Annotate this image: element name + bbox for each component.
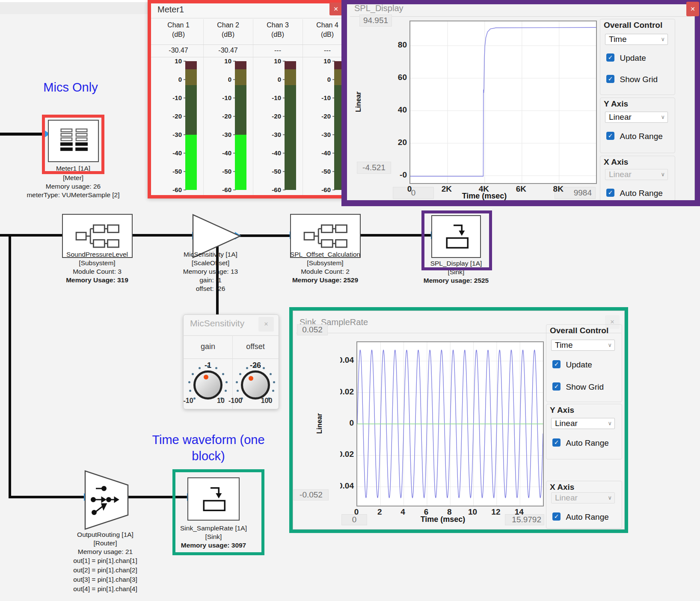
divider xyxy=(151,18,344,18)
meter-channel-name: Chan 2 xyxy=(205,21,252,29)
x-auto-range-row: ✓ Auto Range xyxy=(606,189,663,198)
show-grid-checkbox[interactable]: ✓ xyxy=(606,75,614,83)
close-icon[interactable]: ✕ xyxy=(258,317,274,332)
show-grid-checkbox[interactable]: ✓ xyxy=(552,382,561,391)
knob-tick-dot-icon xyxy=(189,390,191,392)
knob-tick-dot-icon xyxy=(239,373,241,375)
knob-tick-dot-icon xyxy=(199,367,201,369)
knob-name-label: gain xyxy=(201,342,215,351)
x-scale-dropdown[interactable]: Linear ∨ xyxy=(551,492,615,503)
meter-tick-label: -60 xyxy=(213,186,231,193)
y-axis-title: Linear xyxy=(355,76,362,127)
wire-branch-vertical[interactable] xyxy=(9,234,11,498)
annotation-time-waveform-line1[interactable]: Time waveform (one xyxy=(152,433,264,447)
block-label: [Sink] xyxy=(448,268,465,276)
wire-offset-to-display[interactable] xyxy=(361,234,431,237)
update-checkbox[interactable]: ✓ xyxy=(552,360,561,368)
y-max-field[interactable]: 94.951 xyxy=(359,15,392,27)
knob-tick-dot-icon xyxy=(222,373,224,375)
y-scale-dropdown[interactable]: Linear ∨ xyxy=(551,418,615,429)
y-max-field[interactable]: 0.052 xyxy=(297,324,328,335)
checkbox-label: Update xyxy=(566,360,592,369)
checkbox-label: Auto Range xyxy=(566,512,608,521)
meter-channel-unit: (dB) xyxy=(205,31,252,38)
y-min-field[interactable]: -0.052 xyxy=(294,489,329,500)
meter-bar-segment xyxy=(235,61,246,69)
meter-block[interactable] xyxy=(48,120,99,162)
wire-micsensitivity-to-offset[interactable] xyxy=(240,234,290,237)
dropdown-value: Linear xyxy=(555,493,578,502)
wire-spl-to-micsensitivity[interactable] xyxy=(133,234,193,237)
check-icon: ✓ xyxy=(608,132,613,139)
knob-min-label: -100 xyxy=(228,397,242,405)
block-label: Memory usage: 13 xyxy=(183,267,238,275)
meter-tick-label: -30 xyxy=(213,131,231,138)
block-label: Meter1 [1A] xyxy=(56,164,90,172)
x-scale-dropdown[interactable]: Linear ∨ xyxy=(605,169,668,180)
group-heading: Y Axis xyxy=(550,406,574,415)
y-tick-label: 80 xyxy=(389,40,408,50)
close-icon[interactable]: ✕ xyxy=(686,2,699,16)
y-tick-text: -0.02 xyxy=(340,450,354,459)
annotation-time-waveform-line2[interactable]: block) xyxy=(192,449,225,463)
checkbox-label: Auto Range xyxy=(566,438,608,447)
offset-knob[interactable] xyxy=(241,370,270,400)
meter-tick-label: 0 xyxy=(312,76,331,83)
knob-tick-dot-icon xyxy=(192,373,194,375)
meter-bar-segment xyxy=(185,61,197,69)
spl-display-block[interactable] xyxy=(431,215,481,258)
update-checkbox-row: ✓ Update xyxy=(606,53,646,63)
y-auto-range-row: ✓ Auto Range xyxy=(552,438,609,448)
y-tick-text: 20 xyxy=(398,138,407,147)
y-tick-label: 60 xyxy=(389,73,408,82)
gain-knob[interactable] xyxy=(193,370,222,400)
y-tick-label: -0.04 xyxy=(340,481,355,491)
dropdown-value: Linear xyxy=(555,419,578,428)
y-min-field[interactable]: -4.521 xyxy=(357,162,391,174)
overall-control-group: Overall Control Time ∨ ✓ Update ✓ Show G… xyxy=(546,324,622,402)
chevron-down-icon: ∨ xyxy=(661,112,665,122)
knob-tick-dot-icon xyxy=(270,373,272,375)
block-label: [Subsystem] xyxy=(79,259,115,267)
y-tick-text: 0 xyxy=(349,418,354,428)
dropdown-value: Time xyxy=(555,340,573,349)
annotation-mics-only[interactable]: Mics Only xyxy=(43,80,98,95)
x-auto-range-checkbox[interactable]: ✓ xyxy=(606,189,614,197)
close-icon[interactable]: ✕ xyxy=(329,3,342,15)
y-tick-label: -0 xyxy=(389,170,408,180)
sink-samplerate-block[interactable] xyxy=(187,477,240,521)
y-auto-range-checkbox[interactable]: ✓ xyxy=(552,438,561,447)
divider xyxy=(350,16,691,17)
domain-dropdown[interactable]: Time ∨ xyxy=(605,34,668,45)
meter-bar-segment xyxy=(285,85,296,190)
x-auto-range-row: ✓ Auto Range xyxy=(552,512,609,522)
domain-dropdown[interactable]: Time ∨ xyxy=(551,340,615,351)
wire-router-to-sink[interactable] xyxy=(128,496,187,498)
update-checkbox[interactable]: ✓ xyxy=(606,53,614,62)
y-tick-text: 40 xyxy=(398,105,407,115)
y-tick-label: 0.04 xyxy=(340,355,355,365)
meter-bar-segment xyxy=(235,135,246,190)
block-label: out[4] = pin[1].chan[4] xyxy=(73,585,137,593)
chevron-down-icon: ∨ xyxy=(608,340,612,350)
vu-meter-icon xyxy=(57,127,91,154)
micsensitivity-panel-title: MicSensitivity xyxy=(190,318,244,329)
outputrouting-block[interactable] xyxy=(84,470,129,530)
y-auto-range-checkbox[interactable]: ✓ xyxy=(606,132,614,140)
meter-channel-name: Chan 4 xyxy=(304,21,351,29)
chevron-down-icon: ∨ xyxy=(661,34,665,44)
column-separator xyxy=(203,19,204,195)
checkbox-label: Auto Range xyxy=(620,189,662,198)
checkbox-label: Auto Range xyxy=(620,132,662,141)
meter-tick-label: -40 xyxy=(262,149,281,157)
wire-to-outputrouting[interactable] xyxy=(9,496,84,498)
wire-to-meter[interactable] xyxy=(0,133,44,136)
x-auto-range-checkbox[interactable]: ✓ xyxy=(552,512,561,521)
y-axis-title: Linear xyxy=(316,398,323,449)
y-scale-dropdown[interactable]: Linear ∨ xyxy=(605,112,668,123)
y-tick-text: 80 xyxy=(398,40,407,50)
block-label: [Sink] xyxy=(205,533,222,541)
knob-indicator-icon xyxy=(204,375,208,379)
chevron-down-icon: ∨ xyxy=(661,169,665,180)
meter-tick-label: 10 xyxy=(262,57,281,65)
